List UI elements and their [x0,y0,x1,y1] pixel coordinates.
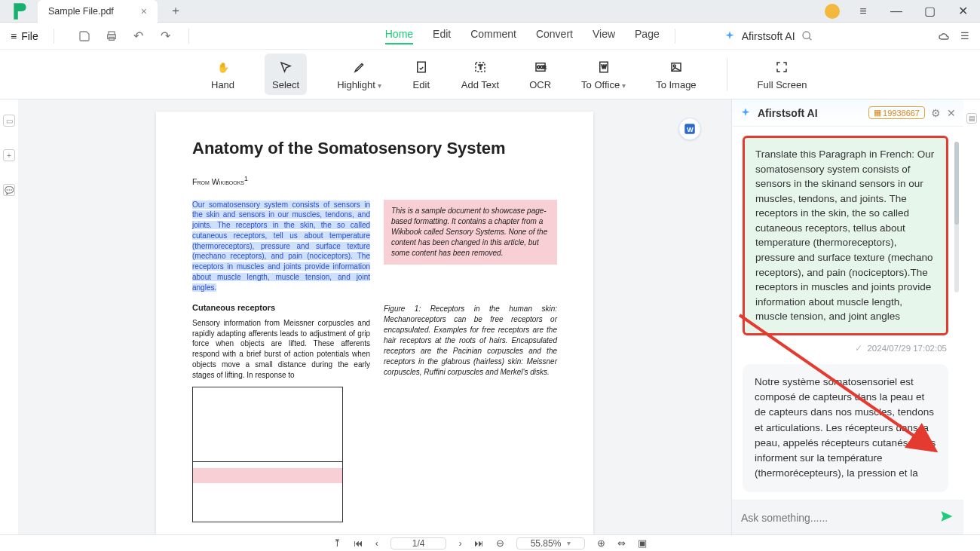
last-page-icon[interactable]: ⏭ [474,538,484,549]
tool-to-image[interactable]: To Image [656,58,696,90]
convert-to-word-float-icon[interactable]: W [678,118,701,140]
ai-sparkle-icon [724,30,736,42]
menu-home[interactable]: Home [385,28,413,44]
scroll-top-icon[interactable]: ⤒ [333,537,341,549]
send-icon[interactable] [939,509,954,527]
cutaneous-paragraph: Sensory information from Meissner corpus… [192,318,370,381]
token-count: 19938667 [883,109,920,118]
tool-hand-label: Hand [211,79,234,90]
tool-select-label: Select [272,79,299,90]
prev-page-icon[interactable]: ‹ [375,538,378,549]
panel-toggle-icon[interactable]: ▤ [966,113,977,124]
ai-entry-button[interactable]: Afirstsoft AI [724,30,813,42]
left-sidebar: ▭ + 💬 [0,99,18,534]
fit-width-icon[interactable]: ⇔ [617,537,626,549]
zoom-level[interactable]: 55.85%▾ [516,537,586,549]
zoom-out-icon[interactable]: ⊖ [496,537,504,549]
tool-edit[interactable]: Edit [412,58,431,90]
menu-items: Home Edit Comment Convert View Page [385,28,660,44]
figure-1-caption: Figure 1: Receptors in the human skin: M… [384,304,557,378]
check-icon: ✓ [855,343,862,354]
svg-text:OCR: OCR [537,65,546,69]
titlebar: Sample File.pdf × ＋ ≡ — ▢ ✕ [0,0,980,23]
tool-add-text[interactable]: T Add Text [461,58,499,90]
ai-panel-header: Afirstsoft AI ▦ 19938667 ⚙ ✕ [732,99,963,127]
tool-highlight-label: Highlight▾ [337,79,381,90]
text-box-icon: T [470,58,490,76]
account-avatar-icon[interactable] [825,4,840,19]
document-tab[interactable]: Sample File.pdf × [38,0,158,23]
search-icon[interactable] [801,30,813,42]
svg-point-12 [673,65,675,67]
fit-page-icon[interactable]: ▣ [638,537,647,549]
cloud-icon[interactable] [938,30,950,42]
chevron-down-icon: ▾ [567,539,571,547]
ai-scrollbar-thumb[interactable] [954,142,959,225]
menu-comment[interactable]: Comment [470,28,516,44]
tool-to-office[interactable]: W To Office▾ [581,58,626,90]
to-office-icon: W [594,58,614,76]
pdf-page: Anatomy of the Somatosensory System From… [156,112,593,534]
file-label: File [21,30,38,42]
menu-convert[interactable]: Convert [536,28,573,44]
cursor-icon [276,58,296,76]
settings-lines-icon[interactable]: ☰ [960,30,969,42]
undo-icon[interactable]: ↶ [131,29,146,44]
subhead-cutaneous: Cutaneous receptors [192,302,370,314]
comments-icon[interactable]: 💬 [3,184,15,196]
close-window-icon[interactable]: ✕ [953,2,972,21]
tab-filename: Sample File.pdf [48,6,114,17]
menu-edit[interactable]: Edit [433,28,451,44]
token-count-badge[interactable]: ▦ 19938667 [868,106,925,119]
divider [54,29,54,44]
save-icon[interactable] [77,29,92,44]
ai-input-field[interactable] [741,512,932,524]
figure-skin-diagram [192,387,343,522]
workspace: ▭ + 💬 W Anatomy of the Somatosensory Sys… [0,99,980,534]
ai-scrollbar[interactable] [954,142,959,292]
first-page-icon[interactable]: ⏮ [354,538,363,549]
new-tab-button[interactable]: ＋ [165,1,186,22]
svg-rect-4 [418,62,426,72]
print-icon[interactable] [104,29,119,44]
tool-highlight[interactable]: Highlight▾ [337,58,381,90]
tool-hand[interactable]: ✋ Hand [211,58,234,90]
minimize-icon[interactable]: — [887,2,906,21]
chevron-down-icon[interactable]: ▾ [622,81,626,90]
page-indicator[interactable]: 1/4 [390,537,447,549]
maximize-icon[interactable]: ▢ [920,2,939,21]
ai-entry-label: Afirstsoft AI [742,30,795,42]
file-menu-button[interactable]: ≡ File [11,30,38,42]
tool-toimage-label: To Image [656,79,696,90]
zoom-in-icon[interactable]: ⊕ [597,537,605,549]
ai-input-bar [732,500,963,534]
tool-edit-label: Edit [413,79,430,90]
svg-text:W: W [602,64,607,69]
user-message: Translate this Paragraph in French: Our … [743,136,948,335]
ai-panel-title: Afirstsoft AI [758,107,818,119]
doc-source: From Wikibooks1 [192,175,557,186]
tab-close-icon[interactable]: × [141,5,147,17]
file-burger-icon: ≡ [11,30,17,42]
thumbnails-icon[interactable]: ▭ [3,115,15,127]
tool-select[interactable]: Select [265,54,307,95]
statusbar: ⤒ ⏮ ‹ 1/4 › ⏭ ⊖ 55.85%▾ ⊕ ⇔ ▣ [0,534,980,551]
redo-icon[interactable]: ↷ [158,29,173,44]
svg-point-3 [803,32,810,38]
hand-icon: ✋ [213,58,233,76]
chevron-down-icon[interactable]: ▾ [378,81,381,90]
menu-view[interactable]: View [593,28,615,44]
menu-page[interactable]: Page [635,28,660,44]
edit-doc-icon [412,58,431,76]
document-viewport[interactable]: W Anatomy of the Somatosensory System Fr… [18,99,731,534]
ai-settings-icon[interactable]: ⚙ [931,107,941,119]
ocr-icon: OCR [531,58,550,76]
divider [675,29,675,44]
tool-full-screen[interactable]: Full Screen [758,58,807,90]
bookmarks-icon[interactable]: + [3,149,15,161]
hamburger-menu-icon[interactable]: ≡ [853,2,873,21]
tool-ocr[interactable]: OCR OCR [529,58,551,90]
ai-close-icon[interactable]: ✕ [947,107,956,119]
highlighted-paragraph[interactable]: Our somatosensory system consists of sen… [192,201,370,292]
next-page-icon[interactable]: › [458,538,461,549]
